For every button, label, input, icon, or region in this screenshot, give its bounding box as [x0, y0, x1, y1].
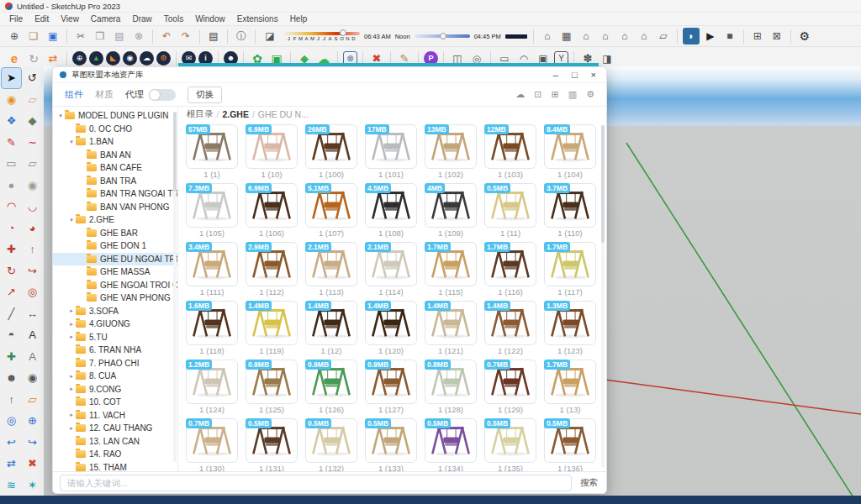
menu-tools[interactable]: Tools: [158, 14, 189, 24]
two-point-view-icon[interactable]: ▱: [655, 28, 672, 45]
freehand-tool[interactable]: ∼: [23, 133, 42, 153]
fredo-plugin-tool[interactable]: ✖: [23, 454, 42, 474]
rotated-rectangle-tool[interactable]: ▱: [23, 154, 42, 174]
tree-item-6-tran-nha[interactable]: 6. TRAN NHA: [53, 344, 177, 357]
position-camera-tool[interactable]: ☻: [2, 368, 21, 388]
tree-item-ghe-du-ngoai-troi[interactable]: GHE DU NGOAI TROI: [53, 253, 177, 266]
asset-item[interactable]: 2.1MB: [365, 242, 417, 286]
top-view-icon[interactable]: ▦: [558, 28, 575, 45]
tree-item-3-sofa[interactable]: ▸3.SOFA: [53, 305, 177, 318]
iso-view-icon[interactable]: ⌂: [539, 28, 556, 45]
dialog-title-bar[interactable]: 草图联盟本地资产库 –□×: [53, 67, 606, 83]
line-tool[interactable]: ✎: [2, 133, 21, 153]
library-settings-icon[interactable]: ⚙: [586, 90, 594, 99]
asset-item[interactable]: 57MB: [186, 124, 238, 169]
tab-components[interactable]: 组件: [65, 88, 83, 101]
menu-help[interactable]: Help: [284, 14, 314, 24]
box-export-icon[interactable]: ◨: [599, 50, 615, 67]
asset-item[interactable]: 0.9MB: [365, 360, 417, 404]
asset-item[interactable]: 0.8MB: [425, 360, 477, 404]
two-point-arc-tool[interactable]: ◡: [23, 197, 42, 217]
switch-button[interactable]: 切换: [188, 87, 222, 103]
back-view-icon[interactable]: ⌂: [616, 28, 633, 45]
asset-item[interactable]: 3.4MB: [186, 242, 238, 286]
asset-item[interactable]: 3.7MB: [544, 183, 596, 228]
save-icon[interactable]: ▣: [45, 28, 61, 45]
preferences-gear-icon[interactable]: ⚙: [796, 28, 813, 45]
asset-item[interactable]: 0.5MB: [246, 418, 298, 463]
asset-item[interactable]: 0.5MB: [305, 418, 357, 463]
previous-view-tool[interactable]: ↩: [2, 433, 21, 453]
undo-icon[interactable]: ↶: [158, 28, 175, 45]
asset-item[interactable]: 2.9MB: [246, 242, 298, 286]
asset-item[interactable]: 6.9MB: [246, 124, 298, 169]
material-library-icon[interactable]: ◣: [106, 51, 120, 66]
tree-item-5-tu[interactable]: ▸5.TU: [53, 331, 177, 344]
menu-window[interactable]: Window: [189, 14, 231, 24]
tree-expander-icon[interactable]: ▸: [67, 333, 76, 340]
tree-item-ghe-bar[interactable]: GHE BAR: [53, 227, 177, 240]
tree-item-13-lan-can[interactable]: 13. LAN CAN: [53, 435, 177, 449]
search-input[interactable]: [61, 478, 571, 488]
sync-icon[interactable]: ↻: [25, 50, 42, 67]
open-icon[interactable]: ❏: [25, 28, 42, 45]
add-file-icon[interactable]: ⊡: [534, 90, 541, 99]
search-button[interactable]: 搜索: [578, 477, 600, 489]
tree-item-ghe-massa[interactable]: GHE MASSA: [53, 265, 177, 279]
asset-item[interactable]: 8.4MB: [544, 124, 596, 169]
protractor-tool[interactable]: ◓: [2, 325, 21, 345]
follow-me-tool[interactable]: ↪: [23, 261, 42, 281]
model-info-icon[interactable]: ⓘ: [233, 28, 250, 45]
stop-animation-icon[interactable]: ■: [721, 28, 738, 45]
text-tool[interactable]: A: [23, 325, 42, 345]
tree-item-2-ghe[interactable]: ▾2.GHE: [53, 213, 177, 227]
vegetation-icon[interactable]: ▲: [89, 51, 103, 66]
asset-item[interactable]: 0.9MB: [305, 360, 357, 404]
delete-scene-icon[interactable]: ⊠: [769, 28, 785, 45]
make-component-tool[interactable]: ❖: [2, 111, 21, 131]
tree-item-15-tham[interactable]: 15. THAM: [53, 461, 177, 472]
offset-tool[interactable]: ◎: [23, 282, 42, 302]
left-view-icon[interactable]: ⌂: [636, 28, 652, 45]
asset-item[interactable]: 26MB: [305, 124, 357, 169]
walk-tool[interactable]: ↑: [2, 390, 21, 410]
tree-item-ban-tra[interactable]: BAN TRA: [53, 175, 177, 188]
section-plane-tool[interactable]: ▱: [23, 390, 42, 410]
zoom-extents-tool[interactable]: ◎: [2, 411, 21, 431]
paste-icon[interactable]: ▤: [111, 28, 128, 45]
cut-icon[interactable]: ✂: [72, 28, 89, 45]
breadcrumb-leaf[interactable]: GHE DU N...: [258, 109, 309, 119]
select-tool[interactable]: ➤: [2, 68, 21, 88]
tape-measure-tool[interactable]: ╱: [2, 304, 21, 324]
wave-plugin-tool[interactable]: ≋: [2, 475, 21, 496]
tree-scrollbar[interactable]: [173, 112, 177, 462]
copy-icon[interactable]: ❐: [92, 28, 108, 45]
asset-item[interactable]: 1.4MB: [305, 301, 357, 345]
print-icon[interactable]: ▤: [205, 28, 222, 45]
tree-item-ban-van-phong[interactable]: BAN VAN PHONG: [53, 201, 177, 214]
asset-item[interactable]: 1.6MB: [186, 301, 238, 345]
tree-item-11-vach[interactable]: ▸11. VACH: [53, 409, 177, 423]
asset-item[interactable]: 6.9MB: [246, 183, 298, 228]
dialog-close-button[interactable]: ×: [591, 71, 596, 80]
rectangle-tool[interactable]: ▭: [2, 154, 21, 174]
cloud-upload-icon[interactable]: ☁: [140, 51, 154, 66]
asset-item[interactable]: 1.4MB: [425, 301, 477, 345]
axes-tool[interactable]: ✚: [2, 347, 21, 367]
scale-tool[interactable]: ↗: [2, 282, 21, 302]
tree-expander-icon[interactable]: ▾: [67, 217, 76, 223]
tree-item-0-oc-cho[interactable]: 0. OC CHO: [53, 123, 177, 136]
right-view-icon[interactable]: ⌂: [597, 28, 614, 45]
open-folder-icon[interactable]: ▥: [568, 90, 577, 99]
asset-item[interactable]: 1.7MB: [544, 360, 596, 404]
tree-expander-icon[interactable]: ▸: [67, 412, 76, 418]
menu-extensions[interactable]: Extensions: [231, 14, 284, 24]
lasso-tool[interactable]: ↺: [23, 68, 42, 88]
tree-expander-icon[interactable]: ▾: [56, 113, 65, 119]
redo-icon[interactable]: ↷: [177, 28, 194, 45]
tree-item-ghe-ngoai-troi-co[interactable]: GHE NGOAI TROI CO: [53, 279, 177, 292]
asset-item[interactable]: 0.5MB: [365, 418, 417, 463]
tree-item-12-cau-thang[interactable]: ▸12. CAU THANG: [53, 422, 177, 435]
tree-expander-icon[interactable]: ▸: [67, 386, 76, 392]
polygon-tool[interactable]: ◉: [23, 176, 42, 196]
